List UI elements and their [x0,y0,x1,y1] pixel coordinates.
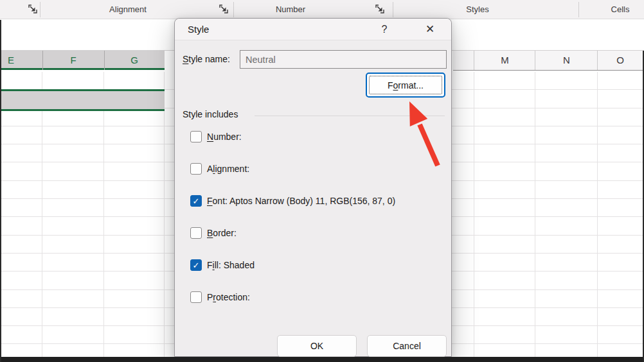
header-separator [474,51,474,70]
column-header-e[interactable]: E [0,51,22,70]
checkbox-row-protection: ✓ Protection: [190,291,250,304]
format-button[interactable]: Format... [366,73,445,98]
number-checkbox[interactable]: ✓ [190,131,202,142]
gridline [535,72,535,357]
dialog-launcher-icon[interactable] [375,4,385,14]
selection-border-top [0,89,165,91]
gridline [164,72,165,357]
header-separator [535,51,535,70]
checkbox-row-border: ✓ Border: [190,227,237,239]
window-left-edge [0,20,1,362]
ribbon-divider [393,2,393,17]
checkbox-label: Fill: Shaded [207,260,255,270]
style-dialog: Style ? ✕ Style name: Format... Style in… [174,18,452,357]
header-separator [42,51,43,70]
checkbox-label: Border: [207,228,237,238]
cancel-button[interactable]: Cancel [367,335,447,357]
checkbox-row-alignment: ✓ Alignment: [190,162,249,175]
excel-window: Alignment Number Styles Cells [0,0,644,362]
ribbon-divider [40,2,40,17]
alignment-checkbox[interactable]: ✓ [190,163,202,175]
dialog-title: Style [188,19,209,40]
column-headers: M N O [453,51,644,71]
dialog-launcher-icon[interactable] [28,4,38,14]
column-header-g[interactable]: G [104,51,165,70]
column-header-o[interactable]: O [598,51,643,70]
selection-border-bottom [0,109,165,111]
column-header-n[interactable]: N [535,51,598,70]
ribbon-group-alignment[interactable]: Alignment [76,3,179,17]
ribbon-group-strip: Alignment Number Styles Cells [0,0,644,19]
checkbox-row-number: ✓ Number: [190,130,242,143]
style-includes-label: Style includes [183,109,238,119]
ribbon-group-styles[interactable]: Styles [426,3,529,17]
annotation-arrow [392,95,450,172]
arrow-shaft [420,125,438,166]
gridline [474,72,474,357]
checkbox-label: Number: [207,132,242,142]
column-header-m[interactable]: M [474,51,535,70]
dialog-launcher-icon[interactable] [219,4,229,14]
help-icon[interactable]: ? [373,19,396,40]
checkmark-icon: ✓ [193,261,200,270]
gridline [103,72,104,357]
ribbon-divider [233,2,234,17]
checkbox-label: Protection: [207,292,250,302]
gridline [42,72,42,357]
column-headers-selected: E F G [0,51,165,70]
ribbon-group-number[interactable]: Number [239,3,342,17]
column-header-f[interactable]: F [42,51,104,70]
checkbox-row-font: ✓ Font: Aptos Narrow (Body) 11, RGB(156,… [190,194,395,207]
checkbox-label: Font: Aptos Narrow (Body) 11, RGB(156, 8… [207,196,395,206]
checkmark-icon: ✓ [193,197,200,205]
checkbox-row-fill: ✓ Fill: Shaded [190,259,255,272]
header-separator [104,51,105,70]
style-name-input[interactable] [240,50,447,69]
arrow-head [409,101,427,126]
dialog-titlebar[interactable]: Style ? ✕ [175,19,451,40]
window-bottom-edge [0,357,644,362]
checkbox-label: Alignment: [207,164,249,174]
selected-row[interactable] [0,91,165,109]
style-name-label: Style name: [183,54,230,64]
fill-checkbox[interactable]: ✓ [190,259,202,271]
protection-checkbox[interactable]: ✓ [190,291,202,303]
gridline [597,72,598,357]
ribbon-group-cells[interactable]: Cells [569,3,644,17]
border-checkbox[interactable]: ✓ [190,227,202,239]
close-icon[interactable]: ✕ [418,19,442,40]
font-checkbox[interactable]: ✓ [190,195,202,207]
header-separator [597,51,598,70]
ok-button[interactable]: OK [277,335,357,357]
